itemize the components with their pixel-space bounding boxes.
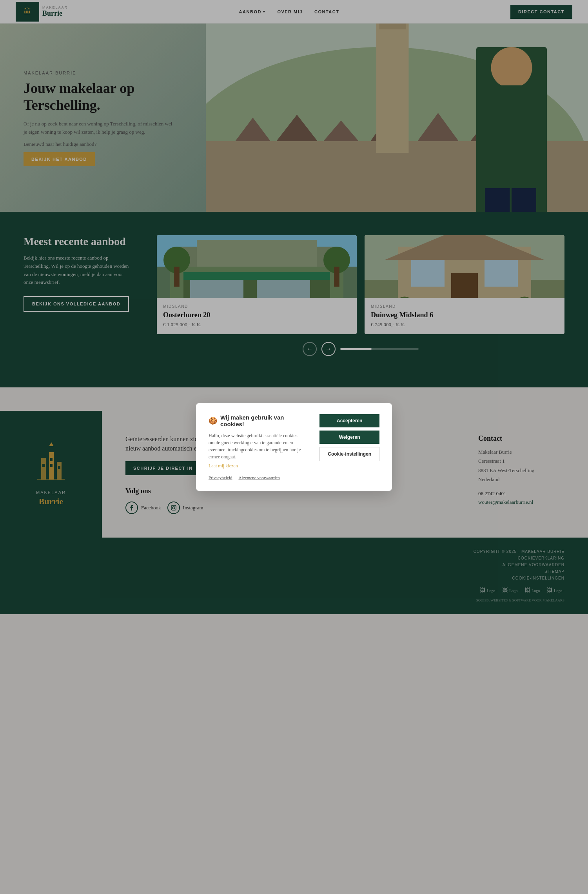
cookie-settings-button[interactable]: Cookie-instellingen — [319, 447, 379, 461]
cookie-privacy-link[interactable]: Privacybeleid — [209, 475, 232, 480]
cookie-text-area: 🍪 Wij maken gebruik van cookies! Hallo, … — [209, 414, 304, 469]
cookie-choose-link[interactable]: Laat mij kiezen — [209, 463, 238, 469]
cookie-title: 🍪 Wij maken gebruik van cookies! — [209, 414, 304, 427]
cookie-accept-button[interactable]: Accepteren — [319, 414, 379, 427]
cookie-main: 🍪 Wij maken gebruik van cookies! Hallo, … — [209, 414, 379, 469]
cookie-terms-link[interactable]: Algemene voorwaarden — [238, 475, 279, 480]
cookie-reject-button[interactable]: Weigeren — [319, 431, 379, 444]
cookie-emoji-icon: 🍪 — [209, 416, 217, 425]
cookie-banner: 🍪 Wij maken gebruik van cookies! Hallo, … — [196, 403, 392, 491]
cookie-overlay: 🍪 Wij maken gebruik van cookies! Hallo, … — [0, 0, 588, 614]
cookie-buttons: Accepteren Weigeren Cookie-instellingen — [319, 414, 379, 461]
cookie-text: Hallo, deze website gebruikt essentiële … — [209, 432, 304, 460]
cookie-footer: Privacybeleid Algemene voorwaarden — [209, 475, 379, 480]
